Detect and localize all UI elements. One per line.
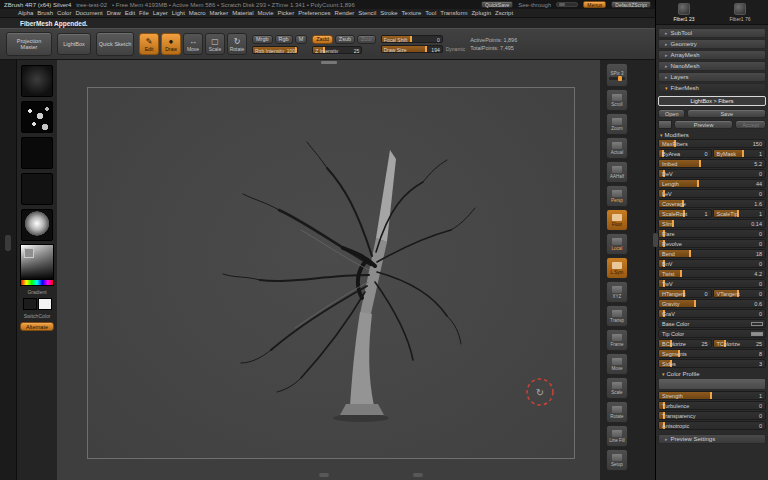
menu-transform[interactable]: Transform	[440, 10, 467, 16]
transp-icon-button[interactable]: Transp	[606, 305, 628, 327]
slider-maxfibers[interactable]: MaxFibers150	[658, 139, 766, 148]
lightbox-fibers-button[interactable]: LightBox > Fibers	[658, 96, 766, 106]
slider-strength[interactable]: Strength1	[658, 391, 766, 400]
canvas-top-handle[interactable]	[321, 61, 337, 64]
frame-icon-button[interactable]: Frame	[606, 329, 628, 351]
menu-file[interactable]: File	[139, 10, 149, 16]
scale-mode-button[interactable]: ▢Scale	[205, 33, 225, 55]
local-icon-button[interactable]: Local	[606, 233, 628, 255]
scale-icon-button[interactable]: Scale	[606, 377, 628, 399]
menu-color[interactable]: Color	[57, 10, 71, 16]
stroke-thumbnail[interactable]	[21, 101, 53, 133]
open-button[interactable]: Open	[658, 109, 685, 118]
spix-icon-button[interactable]: SPix 3	[606, 63, 628, 87]
alternate-button[interactable]: Alternate	[20, 322, 54, 331]
z-intensity-slider[interactable]: Z Intensity 25	[312, 46, 362, 54]
slider-revolve[interactable]: Revolve0	[658, 239, 766, 248]
slider-scaleroot[interactable]: ScaleRoot1	[658, 209, 712, 218]
slider-bcolorize[interactable]: BColorize25	[658, 339, 712, 348]
dynamic-label[interactable]: Dynamic	[446, 46, 465, 52]
bottom-divider-handle[interactable]	[319, 473, 329, 477]
spix-slider[interactable]	[609, 77, 625, 80]
quicksave-button[interactable]: QuickSave	[481, 1, 513, 8]
save-button[interactable]: Save	[687, 109, 766, 118]
slider-flare[interactable]: Flare0	[658, 229, 766, 238]
slider-tcolorize[interactable]: TColorize25	[713, 339, 767, 348]
menu-tool[interactable]: Tool	[425, 10, 436, 16]
alpha-thumbnail[interactable]	[21, 137, 53, 169]
draw-mode-button[interactable]: ●Draw	[161, 33, 181, 55]
menu-preferences[interactable]: Preferences	[298, 10, 330, 16]
see-through-slider[interactable]	[556, 2, 578, 7]
xyz-icon-button[interactable]: XYZ	[606, 281, 628, 303]
slider-anisotropic[interactable]: Anisotropic0	[658, 421, 766, 430]
slider-twist[interactable]: Twist4.2	[658, 269, 766, 278]
menu-stroke[interactable]: Stroke	[380, 10, 397, 16]
menu-movie[interactable]: Movie	[258, 10, 274, 16]
persp-icon-button[interactable]: Persp	[606, 185, 628, 207]
menu-texture[interactable]: Texture	[402, 10, 422, 16]
color-row-tip-color[interactable]: Tip Color	[658, 329, 766, 338]
texture-thumbnail[interactable]	[21, 173, 53, 205]
tray-handle[interactable]	[5, 235, 11, 251]
color-picker[interactable]	[20, 244, 54, 286]
slider-bend[interactable]: Bend18	[658, 249, 766, 258]
left-tray-strip[interactable]	[0, 60, 17, 480]
setup-icon-button[interactable]: Setup	[606, 449, 628, 471]
default-zscript-button[interactable]: DefaultZScript	[611, 1, 651, 8]
tool-tab-fiber1-23[interactable]: Fiber1 23	[658, 1, 710, 24]
slider-htangent[interactable]: HTangent0	[658, 289, 712, 298]
slider-dev[interactable]: DeV0	[658, 169, 766, 178]
zcut-button[interactable]: Zcut	[357, 35, 376, 44]
slider-twv[interactable]: TwV0	[658, 279, 766, 288]
preview-settings-section[interactable]: ▸ Preview Settings	[658, 434, 766, 444]
subheader-color-profile[interactable]: ▾Color Profile	[658, 369, 766, 378]
edit-mode-button[interactable]: ✎Edit	[139, 33, 159, 55]
lightbox-button[interactable]: LightBox	[57, 33, 91, 55]
projection-master-button[interactable]: Projection Master	[6, 32, 52, 56]
quick-sketch-button[interactable]: Quick Sketch	[96, 32, 134, 56]
modifiers-header[interactable]: ▾ Modifiers	[656, 130, 768, 139]
zadd-button[interactable]: Zadd	[312, 35, 333, 44]
slider-imbed[interactable]: Imbed5.2	[658, 159, 766, 168]
zoom-icon-button[interactable]: Zoom	[606, 113, 628, 135]
slider-bnv[interactable]: BnV0	[658, 259, 766, 268]
lsym-icon-button[interactable]: L.Sym	[606, 257, 628, 279]
slider-turbulence[interactable]: Turbulence0	[658, 401, 766, 410]
menu-picker[interactable]: Picker	[278, 10, 295, 16]
hue-strip[interactable]	[21, 280, 53, 285]
section-arraymesh[interactable]: ▸ArrayMesh	[658, 50, 766, 60]
scroll-icon-button[interactable]: Scroll	[606, 89, 628, 111]
slider-grav[interactable]: GraV0	[658, 309, 766, 318]
section-subtool[interactable]: ▸SubTool	[658, 28, 766, 38]
menu-stencil[interactable]: Stencil	[358, 10, 376, 16]
menu-draw[interactable]: Draw	[107, 10, 121, 16]
section-fibermesh[interactable]: ▾FiberMesh	[658, 83, 766, 93]
menu-zplugin[interactable]: Zplugin	[471, 10, 491, 16]
viewport-canvas[interactable]: ↻	[57, 60, 600, 480]
move-icon-button[interactable]: Move	[606, 353, 628, 375]
menus-button[interactable]: Menus	[583, 1, 606, 8]
actual-icon-button[interactable]: Actual	[606, 137, 628, 159]
material-thumbnail[interactable]	[21, 209, 53, 241]
profile-curve-box[interactable]	[658, 378, 766, 390]
menu-brush[interactable]: Brush	[37, 10, 53, 16]
bottom-divider-handle[interactable]	[413, 473, 423, 477]
main-color-swatch[interactable]	[23, 298, 37, 310]
slider-bymask[interactable]: ByMask1	[713, 149, 767, 158]
slider-segments[interactable]: Segments8	[658, 349, 766, 358]
slider-sides[interactable]: Sides3	[658, 359, 766, 368]
zsub-button[interactable]: Zsub	[335, 35, 355, 44]
move-mode-button[interactable]: ↔Move	[183, 33, 203, 55]
mrgb-button[interactable]: Mrgb	[252, 35, 273, 44]
rotate-icon-button[interactable]: Rotate	[606, 401, 628, 423]
rotate-mode-button[interactable]: ↻Rotate	[227, 33, 247, 55]
menu-marker[interactable]: Marker	[209, 10, 228, 16]
section-nanomesh[interactable]: ▸NanoMesh	[658, 61, 766, 71]
menu-render[interactable]: Render	[335, 10, 355, 16]
color-row-base-color[interactable]: Base Color	[658, 319, 766, 328]
brush-thumbnail[interactable]	[21, 65, 53, 97]
slider-transparency[interactable]: Transparency0	[658, 411, 766, 420]
rgb-intensity-slider[interactable]: Rgb Intensity 100	[252, 46, 298, 54]
line-fill-icon-button[interactable]: Line Fill	[606, 425, 628, 447]
